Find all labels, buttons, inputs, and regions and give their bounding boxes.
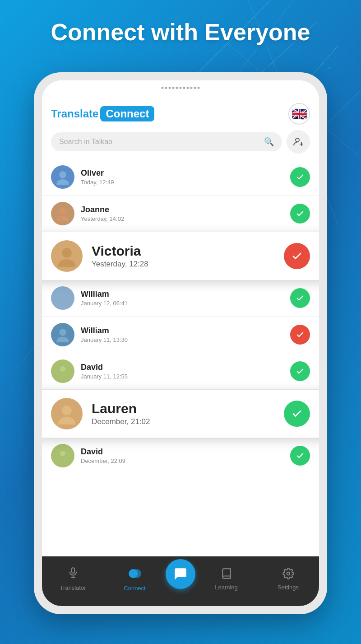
svg-point-16 (56, 179, 69, 185)
contact-info: Lauren December, 21:02 (92, 401, 284, 426)
avatar (51, 398, 83, 429)
search-bar: Search in Talkao 🔍 (51, 130, 310, 154)
svg-point-19 (62, 248, 72, 258)
language-flag[interactable]: 🇬🇧 (288, 103, 310, 125)
svg-point-12 (296, 138, 299, 142)
search-input-wrap[interactable]: Search in Talkao 🔍 (51, 132, 282, 151)
contact-name: David (81, 447, 290, 457)
contact-item[interactable]: William January 12, 06:41 (42, 280, 319, 317)
svg-point-27 (62, 406, 72, 415)
contact-item-highlighted[interactable]: Victoria Yesterday, 12:28 (42, 232, 319, 280)
avatar (51, 359, 74, 383)
svg-point-24 (56, 337, 69, 342)
svg-point-21 (59, 292, 66, 299)
avatar (51, 444, 74, 467)
svg-point-22 (56, 300, 69, 306)
logo-translate: Translate (51, 107, 98, 120)
message-status (284, 401, 310, 427)
gear-icon (282, 568, 294, 581)
message-status (290, 204, 310, 224)
contact-name: William (81, 289, 290, 299)
svg-point-17 (59, 208, 66, 215)
svg-point-20 (58, 259, 75, 267)
svg-point-26 (60, 366, 65, 372)
nav-label-settings: Settings (278, 584, 299, 591)
message-status (290, 325, 310, 345)
contact-info: Victoria Yesterday, 12:28 (92, 243, 284, 269)
contact-time: Today, 12:49 (81, 179, 290, 186)
contact-time: January 11, 13:30 (81, 336, 290, 343)
contact-time: December, 21:02 (92, 417, 284, 426)
contact-list: Oliver Today, 12:49 Joanne Yesterday, 14… (42, 159, 319, 606)
nav-item-learning[interactable]: Learning (195, 568, 257, 591)
nav-item-connect[interactable]: Connect (104, 567, 166, 592)
message-status (290, 361, 310, 381)
nav-item-translator[interactable]: Translator (42, 567, 104, 591)
active-nav-bubble[interactable] (166, 559, 195, 589)
avatar (51, 286, 74, 310)
connect-icon (128, 567, 142, 582)
avatar (51, 240, 83, 272)
message-status (290, 167, 310, 187)
contact-name: Victoria (92, 243, 284, 259)
bottom-nav: Translator Connect (42, 556, 319, 606)
search-icon: 🔍 (264, 137, 274, 147)
phone-shell: Translate Connect 🇬🇧 Search in Talkao 🔍 (34, 72, 327, 614)
contact-name: Joanne (81, 205, 290, 215)
svg-point-15 (59, 171, 66, 178)
contact-item[interactable]: Oliver Today, 12:49 (42, 159, 319, 196)
app-content: Translate Connect 🇬🇧 Search in Talkao 🔍 (42, 80, 319, 606)
svg-point-18 (56, 216, 69, 221)
svg-point-36 (287, 572, 290, 575)
message-status (290, 288, 310, 308)
contact-info: Oliver Today, 12:49 (81, 168, 290, 186)
contact-time: Yesterday, 14:02 (81, 215, 290, 222)
contact-name: David (81, 363, 290, 372)
nav-label-learning: Learning (215, 584, 238, 591)
avatar (51, 165, 74, 189)
add-contact-button[interactable] (287, 130, 310, 154)
svg-point-30 (60, 451, 65, 456)
contact-info: Joanne Yesterday, 14:02 (81, 205, 290, 222)
nav-label-translator: Translator (60, 584, 86, 591)
contact-item[interactable]: William January 11, 13:30 (42, 317, 319, 353)
svg-point-23 (59, 329, 66, 336)
contact-time: January 12, 06:41 (81, 300, 290, 307)
microphone-icon (67, 567, 79, 582)
contact-item[interactable]: Joanne Yesterday, 14:02 (42, 196, 319, 232)
contact-item[interactable]: David December, 22:09 (42, 438, 319, 474)
speaker (162, 87, 200, 89)
contact-time: January 11, 12:55 (81, 373, 290, 380)
hero-title: Connect with Everyone (0, 18, 361, 46)
svg-rect-31 (71, 568, 74, 573)
contact-name: Lauren (92, 401, 284, 416)
nav-item-settings[interactable]: Settings (257, 568, 319, 591)
book-icon (221, 568, 232, 581)
svg-point-9 (329, 67, 330, 69)
nav-label-connect: Connect (124, 585, 145, 592)
message-status (290, 446, 310, 466)
logo: Translate Connect (51, 106, 154, 121)
logo-connect: Connect (100, 106, 154, 121)
avatar (51, 202, 74, 225)
contact-item-highlighted[interactable]: Lauren December, 21:02 (42, 390, 319, 438)
nav-active-center[interactable] (166, 569, 195, 589)
contact-info: William January 11, 13:30 (81, 326, 290, 343)
avatar (51, 323, 74, 346)
contact-info: David December, 22:09 (81, 447, 290, 464)
search-input[interactable]: Search in Talkao (59, 138, 260, 146)
phone-screen: Translate Connect 🇬🇧 Search in Talkao 🔍 (42, 80, 319, 606)
contact-name: William (81, 326, 290, 336)
contact-time: Yesterday, 12:28 (92, 260, 284, 269)
message-status (284, 243, 310, 269)
contact-info: William January 12, 06:41 (81, 289, 290, 307)
contact-info: David January 11, 12:55 (81, 363, 290, 380)
contact-name: Oliver (81, 168, 290, 178)
contact-item[interactable]: David January 11, 12:55 (42, 353, 319, 390)
contact-time: December, 22:09 (81, 457, 290, 464)
svg-point-28 (58, 417, 75, 425)
